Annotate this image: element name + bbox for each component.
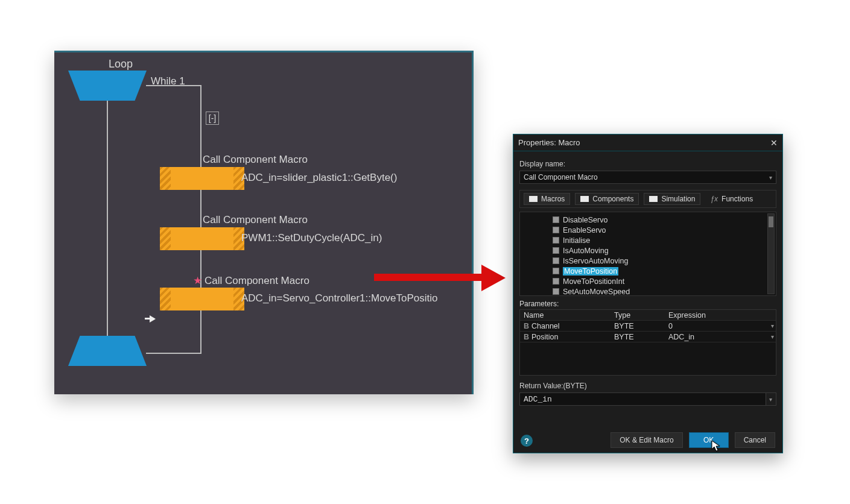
ok-button[interactable]: OK — [689, 432, 729, 448]
macro-block-3-sub: ADC_in=Servo_Controller1::MoveToPositio — [241, 292, 438, 304]
macro-stripe-icon — [160, 167, 171, 190]
macro-block-3[interactable] — [160, 288, 244, 310]
flowchart-canvas[interactable]: Loop While 1 [-] Call Component Macro AD… — [54, 51, 474, 394]
modified-star-icon: ★ — [193, 275, 202, 286]
tree-item-setautomovespeed[interactable]: SetAutoMoveSpeed — [536, 286, 765, 296]
cancel-button[interactable]: Cancel — [735, 432, 775, 448]
tab-macros[interactable]: Macros — [524, 193, 570, 205]
insert-arrow-stem — [145, 318, 150, 320]
macro-node-icon — [553, 237, 559, 244]
macros-tab-icon — [529, 196, 538, 202]
loop-top-connector — [146, 85, 201, 86]
loop-start-block[interactable] — [68, 71, 147, 101]
simulation-tab-icon — [649, 196, 658, 202]
chevron-down-icon[interactable]: ▾ — [769, 174, 772, 181]
insert-arrow-icon — [150, 315, 156, 323]
param-row-position[interactable]: BPositionBYTEADC_in▾ — [520, 332, 776, 342]
macro-block-2-sub: PWM1::SetDutyCycle(ADC_in) — [241, 232, 382, 244]
macro-node-icon — [553, 278, 559, 285]
macro-node-icon — [553, 268, 559, 274]
tree-item-isservoautomoving[interactable]: IsServoAutoMoving — [536, 256, 765, 266]
macro-block-1-title: Call Component Macro — [203, 154, 308, 166]
macro-block-2[interactable] — [160, 227, 244, 250]
macro-stripe-icon — [160, 227, 171, 250]
macro-block-1-sub: ADC_in=slider_plastic1::GetByte() — [241, 172, 397, 184]
macro-stripe-icon — [160, 288, 171, 310]
tree-item-movetopositionint[interactable]: MoveToPositionInt — [536, 276, 765, 286]
display-name-input[interactable]: Call Component Macro ▾ — [519, 171, 776, 184]
macro-node-icon — [553, 247, 559, 254]
dialog-titlebar[interactable]: Properties: Macro ✕ — [513, 134, 782, 151]
tree-item-initialise[interactable]: Initialise — [536, 235, 765, 245]
tree-item-movetoposition[interactable]: MoveToPosition — [536, 266, 765, 276]
tree-item-enableservo[interactable]: EnableServo — [536, 225, 765, 235]
loop-end-block[interactable] — [68, 336, 147, 366]
macro-block-1[interactable] — [160, 167, 244, 190]
panel-tabset: Macros Components Simulation ƒx Function… — [519, 190, 776, 208]
dialog-button-row: OK & Edit Macro OK Cancel — [513, 432, 782, 448]
chevron-down-icon[interactable]: ▾ — [767, 333, 776, 340]
tab-simulation[interactable]: Simulation — [644, 193, 700, 205]
chevron-down-icon[interactable]: ▾ — [767, 323, 776, 329]
functions-fx-icon: ƒx — [710, 195, 718, 203]
tab-functions[interactable]: ƒx Functions — [705, 194, 758, 204]
param-row-channel[interactable]: BChannelBYTE0▾ — [520, 321, 776, 332]
macro-node-icon — [553, 216, 559, 223]
components-tab-icon — [580, 196, 589, 202]
tree-item-isautomoving[interactable]: IsAutoMoving — [536, 245, 765, 256]
params-header-row: Name Type Expression — [520, 310, 776, 321]
tab-components[interactable]: Components — [575, 193, 639, 205]
macro-block-3-title: ★Call Component Macro — [193, 274, 309, 287]
macro-node-icon — [553, 227, 559, 233]
dialog-title: Properties: Macro — [518, 138, 580, 147]
loop-main-line — [200, 86, 201, 353]
display-name-label: Display name: — [519, 160, 776, 168]
loop-bottom-connector — [146, 353, 201, 354]
parameters-table: Name Type Expression BChannelBYTE0▾BPosi… — [519, 309, 776, 376]
tree-item-disableservo[interactable]: DisableServo — [536, 215, 765, 225]
macro-properties-dialog: Properties: Macro ✕ Display name: Call C… — [513, 134, 783, 453]
loop-label: Loop — [109, 58, 133, 71]
chevron-down-icon[interactable]: ▾ — [766, 392, 776, 406]
return-value-label: Return Value:(BYTE) — [519, 382, 776, 390]
ok-edit-macro-button[interactable]: OK & Edit Macro — [611, 432, 682, 448]
return-value-input[interactable] — [519, 392, 766, 406]
macro-block-2-title: Call Component Macro — [203, 214, 308, 226]
parameters-label: Parameters: — [519, 300, 776, 308]
close-icon[interactable]: ✕ — [770, 138, 778, 148]
macro-tree[interactable]: DisableServoEnableServoInitialiseIsAutoM… — [519, 212, 776, 296]
macro-node-icon — [553, 288, 559, 295]
tree-scrollbar[interactable] — [767, 213, 775, 294]
loop-side-line — [107, 101, 108, 336]
collapse-toggle[interactable]: [-] — [206, 112, 219, 125]
macro-node-icon — [553, 257, 559, 264]
